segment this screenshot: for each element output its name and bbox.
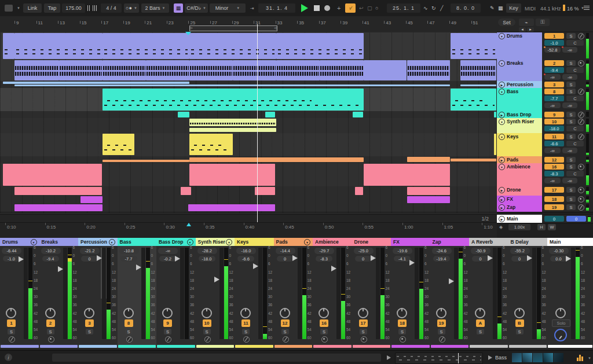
strip-volume-value[interactable]: -7.7 (120, 256, 137, 262)
draw-pencil-icon[interactable]: ✎ (490, 5, 495, 11)
clip-drums[interactable] (103, 33, 189, 59)
clip-drums[interactable] (276, 33, 364, 59)
clip-keys[interactable] (103, 134, 134, 155)
strip-peak-value[interactable]: -10.2 (41, 248, 61, 254)
track-pan-value[interactable]: C (566, 95, 584, 101)
track-solo-button[interactable]: S (566, 33, 576, 39)
volume-fader-handle[interactable] (566, 256, 571, 262)
clip-drone[interactable] (407, 187, 450, 195)
volume-fader-handle[interactable] (527, 255, 532, 261)
track-volume-value[interactable]: -7.7 (544, 95, 564, 101)
track-pan-value[interactable]: C (566, 171, 584, 177)
fold-toggle-icon[interactable]: ▶ (499, 196, 505, 203)
main-volume-value[interactable]: 0 (544, 216, 564, 222)
track-peak-left[interactable]: -∞ (544, 148, 561, 153)
track-peak-right[interactable]: -∞ (562, 148, 577, 153)
clip-drums[interactable] (3, 33, 14, 59)
track-arm-number[interactable]: 1 (7, 319, 16, 327)
track-arm-number[interactable]: 19 (437, 319, 446, 327)
strip-solo-button[interactable]: S (477, 329, 484, 334)
track-header-drums[interactable]: ▼Drums1S-1.0C-52.8-∞ (497, 32, 593, 60)
clip-zap[interactable] (14, 204, 103, 211)
track-arm-number[interactable]: 2 (544, 60, 564, 66)
track-solo-button[interactable]: S (566, 89, 576, 94)
clip-pads[interactable] (407, 157, 450, 162)
fold-toggle-icon[interactable]: ▶ (499, 157, 505, 163)
track-name-area[interactable]: ▼Breaks (497, 60, 542, 81)
midi-indicator-label[interactable]: MIDI (525, 6, 536, 12)
volume-fader-track[interactable] (454, 248, 458, 339)
pan-knob[interactable] (280, 308, 290, 318)
strip-header[interactable]: Percussion▼ (78, 238, 118, 246)
clip-drums[interactable] (189, 33, 276, 59)
track-monitor-icon[interactable] (578, 33, 584, 39)
track-name-area[interactable]: ▶Bass Drop (497, 111, 542, 118)
strip-header[interactable]: Pads▼ (274, 238, 313, 246)
tap-tempo-button[interactable]: Tap (44, 3, 60, 13)
mixer-strip-a-reverb[interactable]: A Reverb-50.90606121824303642485460AS (469, 238, 509, 348)
group-fold-icon[interactable]: ▼ (304, 239, 310, 245)
track-name-area[interactable]: ▼Drums (497, 32, 542, 60)
track-monitor-icon[interactable] (578, 89, 584, 95)
track-peak-right[interactable]: -∞ (562, 102, 577, 108)
track-solo-button[interactable]: S (566, 164, 576, 170)
strip-solo-button[interactable]: S (320, 329, 328, 334)
add-scene-button[interactable]: + (337, 5, 341, 12)
clip-breaks[interactable] (233, 60, 276, 80)
clip-ambience[interactable] (189, 164, 275, 186)
strip-header[interactable]: Drone (352, 238, 391, 246)
pan-knob[interactable] (6, 308, 16, 318)
strip-monitor-icon[interactable] (243, 336, 250, 343)
strip-monitor-icon[interactable] (48, 336, 54, 343)
track-solo-button[interactable]: S (566, 204, 576, 210)
track-peak-right[interactable]: -∞ (562, 47, 577, 53)
nudge-down-icon[interactable] (87, 5, 91, 12)
playback-speed-value[interactable]: 1.00x (508, 224, 530, 230)
track-name-area[interactable]: ▶Pads (497, 156, 542, 163)
track-solo-button[interactable]: S (566, 196, 576, 202)
track-header-keys[interactable]: ▼Keys11S-6.6C-∞-∞ (497, 133, 593, 157)
strip-volume-value[interactable]: -9.4 (42, 256, 59, 262)
group-fold-icon[interactable]: ▼ (226, 239, 232, 245)
mixer-strip-breaks[interactable]: Breaks-10.2-9.46061218243036424854602S (39, 238, 79, 348)
track-arm-number[interactable]: 19 (544, 204, 564, 210)
volume-fader-handle[interactable] (214, 277, 219, 282)
volume-fader-track[interactable] (493, 248, 497, 339)
volume-fader-track[interactable] (376, 248, 380, 339)
pan-knob[interactable] (397, 308, 407, 318)
mixer-strip-drums[interactable]: Drums▼-6.44-1.06061218243036424854601S (0, 238, 40, 348)
loop-brace[interactable]: ▷◁ (189, 25, 277, 31)
group-fold-icon[interactable]: ▼ (31, 239, 37, 245)
strip-solo-button[interactable]: S (398, 329, 406, 334)
clip-breaks[interactable] (14, 60, 59, 80)
volume-fader-handle[interactable] (175, 256, 180, 262)
window-layout-icon[interactable] (5, 5, 13, 12)
clip-drone[interactable] (181, 187, 191, 195)
strip-peak-value[interactable]: -24.6 (432, 248, 452, 254)
clip-drums[interactable] (14, 33, 103, 59)
strip-solo-button[interactable]: S (438, 329, 445, 334)
strip-volume-value[interactable]: -8.3 (316, 256, 332, 262)
pan-knob[interactable] (202, 308, 212, 318)
strip-monitor-icon[interactable] (361, 336, 367, 343)
track-name-area[interactable]: ▼Synth Riser (497, 118, 542, 133)
fold-toggle-icon[interactable]: ▶ (499, 216, 505, 222)
volume-fader-track[interactable] (571, 248, 575, 339)
mixer-strip-main[interactable]: Main-0.300.0606121824303642485460Solo (547, 238, 593, 348)
pan-knob[interactable] (123, 308, 134, 318)
tempo-field[interactable]: 175.00 (62, 3, 85, 13)
volume-fader-handle[interactable] (331, 266, 336, 271)
clip-drone[interactable] (14, 187, 102, 195)
track-arm-number[interactable]: 10 (544, 119, 564, 124)
loop-start-marker-icon[interactable] (186, 223, 191, 226)
strip-header[interactable]: Bass Drop▼ (156, 238, 196, 246)
clip-drone[interactable] (255, 187, 275, 195)
prev-locator-button[interactable]: ◄ (519, 27, 526, 32)
track-height-button[interactable]: H (537, 224, 546, 230)
pan-knob[interactable] (240, 308, 251, 318)
track-arm-number[interactable]: 18 (398, 319, 407, 327)
pan-knob[interactable] (555, 308, 566, 318)
track-volume-value[interactable]: -6.6 (544, 141, 564, 146)
track-arm-number[interactable]: 9 (544, 112, 564, 117)
clip-breaks[interactable] (407, 60, 450, 80)
